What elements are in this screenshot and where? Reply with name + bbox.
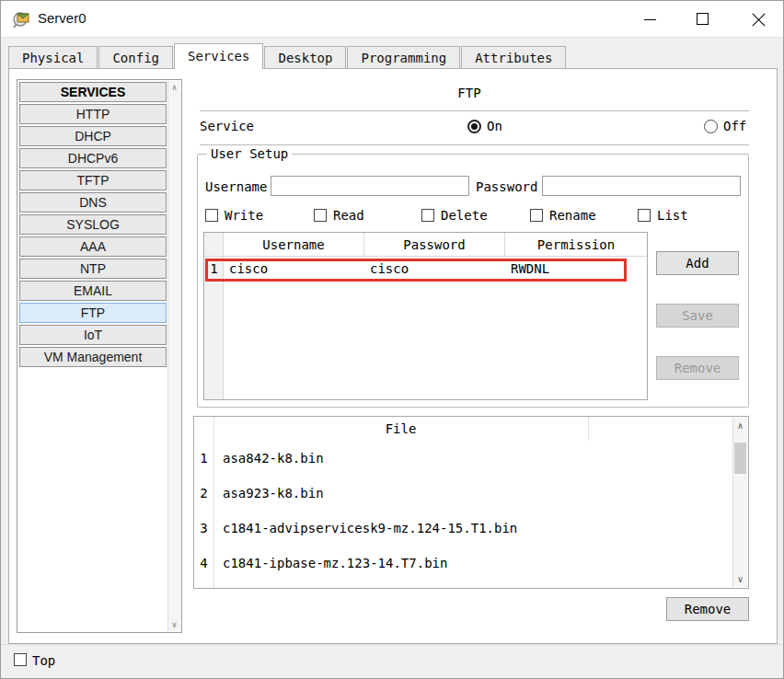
server-config-window: Server0 Physical Config Services Desktop… (0, 0, 784, 679)
sidebar-scrollbar[interactable]: ∧ ∨ (167, 81, 180, 631)
header-permission: Permission (505, 233, 647, 257)
sidebar-item-tftp[interactable]: TFTP (19, 170, 167, 190)
user-setup-legend: User Setup (207, 146, 292, 161)
scroll-up-icon[interactable]: ∧ (168, 82, 180, 93)
write-checkbox[interactable]: Write (205, 207, 263, 223)
username-input[interactable] (271, 176, 469, 196)
file-name: c1841-advipservicesk9-mz.124-15.T1.bin (223, 511, 517, 546)
file-name: c1841-ipbase-mz.123-14.T7.bin (223, 546, 447, 581)
close-icon[interactable] (735, 1, 784, 38)
password-input[interactable] (542, 176, 741, 196)
sidebar-item-dhcp[interactable]: DHCP (19, 126, 167, 146)
tab-config[interactable]: Config (98, 46, 173, 69)
maximize-icon[interactable] (682, 1, 724, 38)
title-bar: Server0 (1, 1, 783, 38)
tab-programming[interactable]: Programming (347, 46, 460, 69)
ftp-panel-title: FTP (193, 86, 745, 100)
scroll-down-icon[interactable]: ∨ (733, 572, 747, 586)
tab-bar: Physical Config Services Desktop Program… (8, 43, 567, 69)
file-row[interactable]: 1 asa842-k8.bin (194, 441, 748, 476)
services-pane: SERVICES HTTP DHCP DHCPv6 TFTP DNS SYSLO… (8, 68, 778, 644)
file-row-number: 2 (194, 476, 213, 511)
tab-services[interactable]: Services (174, 43, 263, 69)
write-label: Write (225, 208, 263, 223)
remove-file-button[interactable]: Remove (666, 597, 749, 621)
sidebar-item-email[interactable]: EMAIL (19, 281, 167, 301)
list-label: List (657, 208, 688, 223)
minimize-icon[interactable] (628, 1, 671, 38)
sidebar-item-aaa[interactable]: AAA (19, 236, 167, 257)
user-setup-groupbox: User Setup Username Password Write Read … (197, 154, 749, 408)
delete-checkbox[interactable]: Delete (421, 207, 488, 223)
file-name: asa842-k8.bin (223, 441, 324, 476)
scroll-up-icon[interactable]: ∧ (733, 419, 747, 432)
file-table-header: File (213, 417, 589, 441)
header-username: Username (224, 233, 364, 257)
list-checkbox[interactable]: List (638, 207, 688, 223)
checkbox-icon[interactable] (205, 209, 218, 222)
radio-off-icon[interactable] (704, 120, 718, 133)
read-label: Read (333, 208, 364, 223)
tab-physical[interactable]: Physical (8, 46, 98, 69)
user-table-header: Username Password Permission (204, 233, 647, 257)
service-on-radio[interactable]: On (467, 118, 502, 133)
rename-label: Rename (549, 208, 596, 223)
save-button[interactable]: Save (656, 304, 739, 328)
file-table[interactable]: File 1 asa842-k8.bin 2 asa923-k8.bin 3 c… (193, 416, 749, 589)
delete-label: Delete (441, 208, 488, 223)
checkbox-icon[interactable] (421, 209, 434, 222)
checkbox-icon[interactable] (638, 209, 651, 222)
tab-attributes[interactable]: Attributes (461, 46, 566, 69)
sidebar-item-dns[interactable]: DNS (19, 192, 167, 213)
checkbox-icon[interactable] (314, 209, 327, 222)
scrollbar-thumb[interactable] (734, 443, 746, 474)
service-on-label: On (487, 119, 502, 133)
checkbox-icon[interactable] (530, 209, 543, 222)
services-list: SERVICES HTTP DHCP DHCPv6 TFTP DNS SYSLO… (19, 82, 167, 369)
add-button[interactable]: Add (656, 251, 739, 275)
service-label: Service (200, 119, 254, 133)
tab-desktop[interactable]: Desktop (264, 46, 346, 69)
footer-bar: Top (1, 644, 783, 679)
divider (200, 110, 749, 111)
remove-user-button[interactable]: Remove (656, 356, 739, 380)
sidebar-item-syslog[interactable]: SYSLOG (19, 214, 167, 235)
password-label: Password (476, 179, 537, 194)
scroll-down-icon[interactable]: ∨ (168, 619, 180, 630)
divider (200, 144, 749, 145)
packet-tracer-device-icon (12, 9, 32, 29)
sidebar-item-http[interactable]: HTTP (19, 104, 167, 124)
window-title: Server0 (38, 10, 86, 26)
rename-checkbox[interactable]: Rename (530, 207, 596, 223)
top-checkbox[interactable] (14, 653, 27, 666)
username-label: Username (205, 179, 267, 194)
header-password: Password (364, 233, 505, 257)
sidebar-item-ntp[interactable]: NTP (19, 259, 167, 279)
user-accounts-table[interactable]: Username Password Permission 1 cisco cis… (203, 232, 648, 400)
file-row-number: 3 (194, 511, 213, 546)
sidebar-item-iot[interactable]: IoT (19, 325, 167, 345)
services-sidebar: SERVICES HTTP DHCP DHCPv6 TFTP DNS SYSLO… (17, 79, 182, 633)
file-row[interactable]: 3 c1841-advipservicesk9-mz.124-15.T1.bin (194, 511, 748, 546)
file-row[interactable]: 4 c1841-ipbase-mz.123-14.T7.bin (194, 546, 748, 581)
service-off-label: Off (723, 119, 746, 133)
radio-on-icon[interactable] (467, 120, 481, 133)
sidebar-item-ftp[interactable]: FTP (19, 303, 167, 323)
read-checkbox[interactable]: Read (314, 207, 364, 223)
service-off-radio[interactable]: Off (704, 118, 746, 133)
file-table-scrollbar[interactable]: ∧ ∨ (732, 418, 747, 587)
top-label: Top (32, 653, 55, 668)
file-row[interactable]: 2 asa923-k8.bin (194, 476, 748, 511)
sidebar-header-services: SERVICES (19, 82, 167, 102)
sidebar-item-vm-management[interactable]: VM Management (19, 347, 167, 367)
sidebar-item-dhcpv6[interactable]: DHCPv6 (19, 148, 167, 168)
file-row-number: 1 (194, 441, 213, 476)
highlight-annotation-box (205, 259, 627, 282)
file-row-number: 4 (194, 546, 213, 581)
file-name: asa923-k8.bin (223, 476, 324, 511)
